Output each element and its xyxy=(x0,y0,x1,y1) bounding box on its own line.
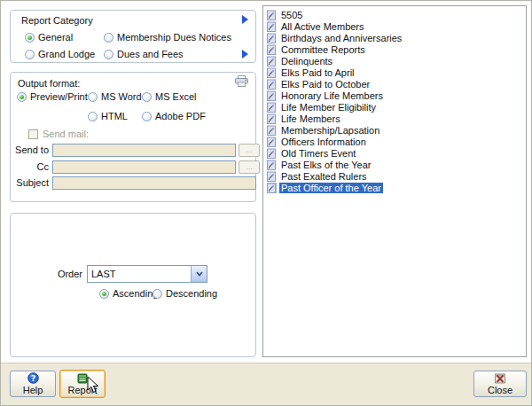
output-format-title: Output format: xyxy=(18,78,80,89)
list-item-label: Honorary Life Members xyxy=(279,90,385,101)
report-document-icon xyxy=(267,113,277,124)
cc-input[interactable] xyxy=(52,160,236,174)
help-icon: ? xyxy=(27,372,39,384)
close-button-label: Close xyxy=(488,385,512,395)
send-to-label: Send to xyxy=(11,144,49,157)
radio-label: General xyxy=(38,32,73,43)
list-item-label: Elks Paid to October xyxy=(279,79,372,90)
list-item[interactable]: Life Members xyxy=(263,113,526,124)
report-button-label: Report xyxy=(67,385,97,395)
list-item-label: Life Members xyxy=(279,113,342,124)
radio-label: Dues and Fees xyxy=(117,49,184,60)
close-window-icon xyxy=(494,373,506,384)
radio-icon xyxy=(142,112,152,121)
radio-icon xyxy=(88,112,98,121)
chevron-down-icon[interactable] xyxy=(191,266,207,282)
report-icon xyxy=(77,373,88,384)
report-document-icon xyxy=(267,160,277,170)
list-item-label: Committee Reports xyxy=(279,44,367,55)
report-dialog: Report Category General Membership Dues … xyxy=(0,0,532,406)
radio-label: Ascending xyxy=(113,288,158,300)
report-document-icon xyxy=(267,137,277,147)
radio-label: MS Excel xyxy=(155,91,196,103)
report-document-icon xyxy=(267,102,277,113)
list-item[interactable]: All Active Members xyxy=(263,20,526,32)
list-item-label: Old Timers Event xyxy=(279,148,357,159)
radio-icon xyxy=(25,33,35,43)
report-document-icon xyxy=(267,67,277,78)
list-item-label: Past Elks of the Year xyxy=(279,160,373,170)
report-list: 5505 All Active Members Birthdays and An… xyxy=(262,5,527,357)
list-item[interactable]: Delinquents xyxy=(263,55,526,66)
list-item[interactable]: Membership/Lapsation xyxy=(263,124,526,136)
report-document-icon xyxy=(267,56,277,66)
radio-label: Preview/Print xyxy=(30,91,88,103)
list-item-label: All Active Members xyxy=(279,21,366,32)
subject-input[interactable] xyxy=(52,176,256,190)
report-document-icon xyxy=(267,21,277,32)
report-document-icon xyxy=(267,90,277,101)
footer-bar: ? Help Report Cl xyxy=(1,363,532,405)
list-item-label: Past Officer of the Year xyxy=(279,183,383,193)
radio-icon xyxy=(104,50,113,59)
report-document-icon xyxy=(267,44,277,55)
report-button[interactable]: Report xyxy=(59,370,106,398)
list-item-label: Officers Information xyxy=(279,137,368,147)
order-combobox[interactable]: LAST xyxy=(87,265,207,283)
list-item-label: Life Member Eligibility xyxy=(279,102,378,113)
list-item[interactable]: Old Timers Event xyxy=(263,147,526,159)
report-document-icon xyxy=(267,125,277,136)
report-document-icon xyxy=(267,10,277,20)
radio-label: MS Word xyxy=(101,91,142,103)
send-to-browse-button[interactable]: ... xyxy=(239,144,260,157)
help-button[interactable]: ? Help xyxy=(10,371,56,397)
report-document-icon xyxy=(267,183,277,193)
list-item[interactable]: Committee Reports xyxy=(263,43,526,55)
list-item-label: Past Exalted Rulers xyxy=(279,171,369,182)
radio-label: HTML xyxy=(101,111,128,122)
cc-label: Cc xyxy=(11,160,49,174)
report-document-icon xyxy=(267,79,277,90)
report-category-group: Report Category General Membership Dues … xyxy=(10,10,256,63)
list-item-label: Elks Paid to April xyxy=(279,67,356,78)
radio-label: Membership Dues Notices xyxy=(117,32,231,43)
list-item[interactable]: Past Exalted Rulers xyxy=(263,170,526,182)
output-format-group: Output format: Preview/Print MS Word MS … xyxy=(10,72,256,202)
radio-icon xyxy=(142,92,152,102)
list-item[interactable]: Elks Paid to April xyxy=(263,66,526,78)
list-item[interactable]: 5505 xyxy=(263,9,526,20)
list-item[interactable]: Life Member Eligibility xyxy=(263,101,526,113)
order-label: Order xyxy=(46,269,82,279)
list-item-label: 5505 xyxy=(279,10,304,20)
subject-label: Subject xyxy=(11,176,49,190)
list-item[interactable]: Past Elks of the Year xyxy=(263,159,526,170)
cc-browse-button[interactable]: ... xyxy=(239,160,260,174)
list-item-selected[interactable]: Past Officer of the Year xyxy=(263,182,526,193)
list-item[interactable]: Honorary Life Members xyxy=(263,90,526,101)
report-document-icon xyxy=(267,148,277,159)
list-item-label: Membership/Lapsation xyxy=(279,125,381,136)
list-item-label: Delinquents xyxy=(279,56,334,66)
radio-icon xyxy=(104,33,113,43)
list-item[interactable]: Elks Paid to October xyxy=(263,78,526,90)
report-document-icon xyxy=(267,33,277,43)
radio-label: Descending xyxy=(166,288,217,300)
category-next-arrow-icon[interactable] xyxy=(242,15,249,24)
radio-icon xyxy=(88,92,98,102)
report-category-title: Report Category xyxy=(21,15,93,26)
list-item[interactable]: Officers Information xyxy=(263,136,526,147)
close-button[interactable]: Close xyxy=(473,371,527,397)
checkbox-icon xyxy=(28,129,38,139)
send-to-input[interactable] xyxy=(52,144,236,157)
help-button-label: Help xyxy=(23,385,43,395)
order-value: LAST xyxy=(91,269,116,280)
list-item[interactable]: Birthdays and Anniversaries xyxy=(263,32,526,43)
report-document-icon xyxy=(267,171,277,182)
radio-icon xyxy=(17,92,27,102)
category-more-arrow-icon[interactable] xyxy=(242,50,249,59)
radio-icon xyxy=(99,289,109,299)
checkbox-label: Send mail: xyxy=(43,129,89,140)
radio-label: Grand Lodge xyxy=(38,49,95,60)
radio-label: Adobe PDF xyxy=(155,111,206,122)
radio-icon xyxy=(153,289,162,299)
